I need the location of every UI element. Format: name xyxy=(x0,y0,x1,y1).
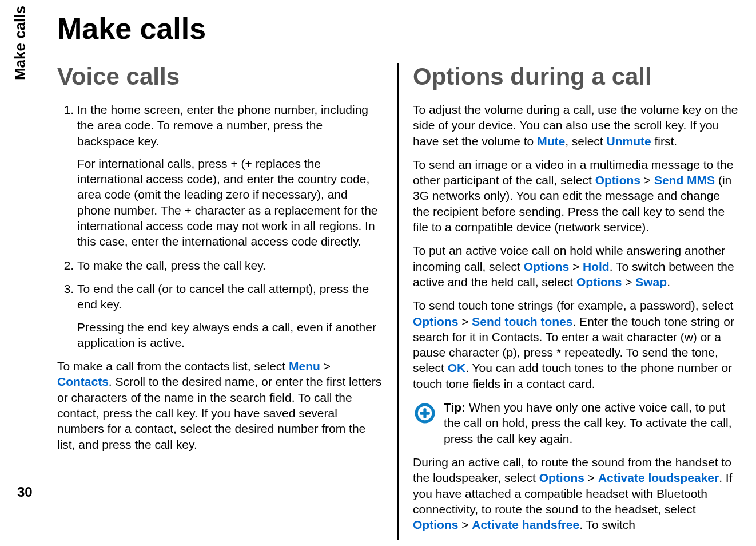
ok-keyword: OK xyxy=(448,361,466,374)
mms-paragraph: To send an image or a video in a multime… xyxy=(413,157,739,235)
page-content: Make calls Voice calls In the home scree… xyxy=(57,11,739,540)
voice-calls-heading: Voice calls xyxy=(57,63,383,90)
step-1-sub: For international calls, press + (+ repl… xyxy=(77,156,383,250)
text-run: > xyxy=(458,315,472,328)
text-run: > xyxy=(320,359,331,373)
step-1-text: In the home screen, enter the phone numb… xyxy=(77,103,368,148)
left-column: Voice calls In the home screen, enter th… xyxy=(57,63,399,540)
contacts-paragraph: To make a call from the contacts list, s… xyxy=(57,358,383,452)
options-heading: Options during a call xyxy=(413,63,739,90)
swap-keyword: Swap xyxy=(635,275,667,288)
steps-list: In the home screen, enter the phone numb… xyxy=(57,102,383,350)
options-keyword: Options xyxy=(595,173,640,187)
right-column: Options during a call To adjust the volu… xyxy=(399,63,739,540)
hold-paragraph: To put an active voice call on hold whil… xyxy=(413,243,739,290)
activate-loudspeaker-keyword: Activate loudspeaker xyxy=(598,471,719,484)
loudspeaker-paragraph: During an active call, to route the soun… xyxy=(413,454,739,532)
text-run: To make a call from the contacts list, s… xyxy=(57,359,289,373)
text-run: > xyxy=(622,275,635,288)
tip-text: Tip: When you have only one active voice… xyxy=(444,399,739,446)
hold-keyword: Hold xyxy=(583,260,610,273)
volume-paragraph: To adjust the volume during a call, use … xyxy=(413,102,739,149)
main-title: Make calls xyxy=(57,11,739,46)
unmute-keyword: Unmute xyxy=(607,134,651,148)
text-run: . To switch xyxy=(579,518,635,531)
mute-keyword: Mute xyxy=(537,134,565,148)
send-mms-keyword: Send MMS xyxy=(654,173,715,187)
tip-block: Tip: When you have only one active voice… xyxy=(413,399,739,446)
columns: Voice calls In the home screen, enter th… xyxy=(57,63,739,540)
text-run: > xyxy=(458,518,472,531)
step-3: To end the call (or to cancel the call a… xyxy=(77,281,383,350)
text-run: first. xyxy=(651,134,678,148)
options-keyword: Options xyxy=(539,471,584,484)
tip-body: When you have only one active voice call… xyxy=(444,401,732,445)
text-run: . xyxy=(667,275,670,288)
tip-label: Tip: xyxy=(444,401,469,414)
text-run: > xyxy=(640,173,654,187)
side-tab: Make calls xyxy=(11,6,29,80)
options-keyword: Options xyxy=(576,275,622,288)
step-2-text: To make the call, press the call key. xyxy=(77,259,266,272)
send-touch-tones-keyword: Send touch tones xyxy=(472,315,572,328)
page-number: 30 xyxy=(17,484,33,500)
step-2: To make the call, press the call key. xyxy=(77,258,383,273)
step-3-sub: Pressing the end key always ends a call,… xyxy=(77,319,383,351)
contacts-keyword: Contacts xyxy=(57,375,109,388)
options-keyword: Options xyxy=(413,315,458,328)
touchtone-paragraph: To send touch tone strings (for example,… xyxy=(413,298,739,391)
tip-icon xyxy=(413,401,437,425)
text-run: > xyxy=(569,260,583,273)
options-keyword: Options xyxy=(524,260,569,273)
step-3-text: To end the call (or to cancel the call a… xyxy=(77,282,369,311)
options-keyword: Options xyxy=(413,518,458,531)
svg-rect-3 xyxy=(420,412,430,414)
menu-keyword: Menu xyxy=(289,359,320,373)
text-run: , select xyxy=(565,134,606,148)
activate-handsfree-keyword: Activate handsfree xyxy=(472,518,579,531)
text-run: To send touch tone strings (for example,… xyxy=(413,299,733,312)
text-run: > xyxy=(584,471,598,484)
step-1: In the home screen, enter the phone numb… xyxy=(77,102,383,250)
